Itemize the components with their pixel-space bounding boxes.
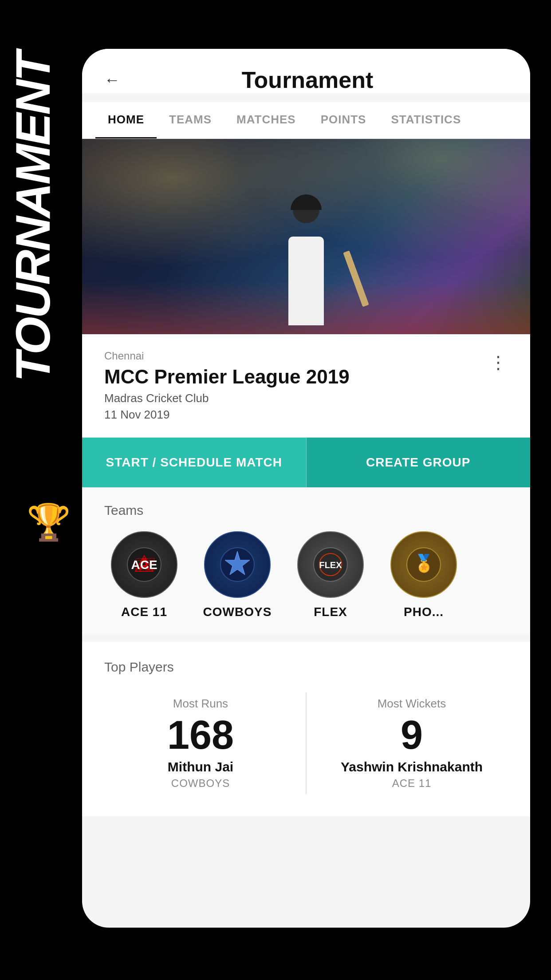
- players-grid: Most Runs 168 Mithun Jai COWBOYS Most Wi…: [104, 688, 508, 798]
- runs-player-team: COWBOYS: [113, 777, 288, 790]
- more-options-button[interactable]: ⋮: [489, 352, 508, 372]
- team-item-phoenix[interactable]: 🏅 PHO...: [384, 531, 464, 619]
- back-button[interactable]: ←: [104, 71, 120, 89]
- cowboys-logo-svg: [220, 547, 255, 582]
- wickets-value: 9: [324, 715, 499, 755]
- tab-home[interactable]: HOME: [95, 102, 157, 138]
- stat-divider: [306, 692, 307, 794]
- svg-text:ACE: ACE: [131, 558, 157, 572]
- team-name-cowboys: COWBOYS: [203, 605, 272, 619]
- most-wickets-label: Most Wickets: [324, 697, 499, 711]
- header: ← Tournament: [82, 49, 530, 93]
- wickets-player-name: Yashwin Krishnakanth: [324, 759, 499, 775]
- wickets-player-team: ACE 11: [324, 777, 499, 790]
- trophy-icon: 🏆: [27, 502, 71, 543]
- tab-matches[interactable]: MATCHES: [224, 102, 308, 138]
- action-buttons: START / SCHEDULE MATCH CREATE GROUP: [82, 438, 530, 487]
- team-logo-phoenix: 🏅: [390, 531, 457, 598]
- most-runs-stat: Most Runs 168 Mithun Jai COWBOYS: [104, 688, 297, 798]
- runs-value: 168: [113, 715, 288, 755]
- side-tournament-label: Tournament: [4, 53, 61, 382]
- team-item-ace[interactable]: A CE ACE ACE 11: [104, 531, 184, 619]
- player-head: [293, 197, 319, 223]
- team-logo-ace: A CE ACE: [111, 531, 177, 598]
- player-body: [288, 237, 324, 325]
- team-name-flex: FLEX: [314, 605, 347, 619]
- most-wickets-stat: Most Wickets 9 Yashwin Krishnakanth ACE …: [315, 688, 508, 798]
- tournament-location: Chennai: [104, 350, 508, 362]
- svg-text:🏅: 🏅: [413, 553, 435, 573]
- team-logo-flex: FLEX: [297, 531, 364, 598]
- phoenix-logo-svg: 🏅: [406, 547, 441, 582]
- schedule-match-button[interactable]: START / SCHEDULE MATCH: [82, 438, 307, 487]
- page-title: Tournament: [129, 67, 486, 93]
- team-name-ace: ACE 11: [121, 605, 167, 619]
- svg-text:FLEX: FLEX: [319, 560, 342, 570]
- team-logo-cowboys: [204, 531, 271, 598]
- club-name: Madras Cricket Club: [104, 391, 508, 405]
- tournament-name: MCC Premier League 2019: [104, 366, 508, 388]
- team-item-flex[interactable]: FLEX FLEX: [291, 531, 370, 619]
- runs-player-name: Mithun Jai: [113, 759, 288, 775]
- teams-section-title: Teams: [104, 503, 508, 518]
- tab-points[interactable]: POINTS: [308, 102, 379, 138]
- cricket-player: [288, 210, 324, 325]
- phone-card: ← Tournament HOME TEAMS MATCHES POINTS S…: [82, 49, 530, 928]
- most-runs-label: Most Runs: [113, 697, 288, 711]
- hero-image: [82, 139, 530, 334]
- tab-teams[interactable]: TEAMS: [157, 102, 224, 138]
- tournament-info: Chennai MCC Premier League 2019 Madras C…: [82, 334, 530, 437]
- top-players-title: Top Players: [104, 660, 508, 675]
- team-name-phoenix: PHO...: [404, 605, 444, 619]
- team-item-cowboys[interactable]: COWBOYS: [197, 531, 277, 619]
- create-group-button[interactable]: CREATE GROUP: [307, 438, 531, 487]
- teams-row: A CE ACE ACE 11 COWBOYS: [104, 531, 508, 619]
- tab-bar: HOME TEAMS MATCHES POINTS STATISTICS: [82, 102, 530, 139]
- top-players-section: Top Players Most Runs 168 Mithun Jai COW…: [82, 642, 530, 816]
- ace-logo-svg: A CE ACE: [126, 547, 162, 582]
- tab-statistics[interactable]: STATISTICS: [378, 102, 473, 138]
- teams-section: Teams A CE ACE ACE 11: [82, 487, 530, 635]
- tournament-date: 11 Nov 2019: [104, 408, 508, 422]
- flex-logo-svg: FLEX: [313, 547, 348, 582]
